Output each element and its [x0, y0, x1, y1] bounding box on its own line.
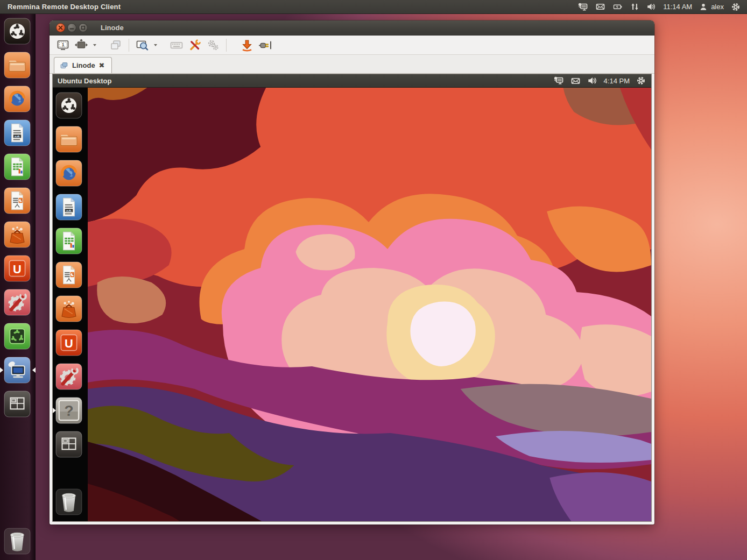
firefox-icon [55, 160, 83, 187]
host-launcher [0, 14, 36, 560]
dash-home-icon [55, 92, 83, 119]
remmina-icon [3, 357, 31, 384]
launcher-item-libreoffice-writer[interactable] [0, 119, 36, 146]
launcher-item-dash-home[interactable] [53, 92, 88, 119]
libreoffice-impress-icon [3, 187, 31, 214]
duplicate-connection-button[interactable] [107, 37, 125, 53]
launcher-item-system-settings[interactable] [0, 289, 36, 316]
launcher-item-ubuntu-software-center[interactable] [53, 295, 88, 322]
launcher-item-libreoffice-calc[interactable] [53, 228, 88, 254]
scaled-view-dropdown[interactable] [151, 37, 160, 53]
tab-bar: Linode ✖ [50, 55, 654, 74]
launcher-item-libreoffice-writer[interactable] [53, 194, 88, 221]
close-button[interactable] [56, 23, 65, 32]
launcher-item-dash-home[interactable] [0, 18, 36, 45]
ubuntu-software-icon [3, 323, 31, 350]
disconnect-button[interactable] [256, 37, 274, 53]
grab-keyboard-button[interactable] [167, 37, 186, 53]
remote-viewport: Ubuntu Desktop 4:14 PM [52, 74, 652, 522]
window-titlebar[interactable]: Linode [50, 20, 654, 36]
launcher-item-firefox[interactable] [53, 160, 88, 187]
fullscreen-button[interactable] [72, 37, 90, 53]
tab-linode[interactable]: Linode ✖ [54, 57, 112, 73]
minimize-button[interactable] [67, 23, 76, 32]
libreoffice-impress-icon [55, 261, 83, 288]
launcher-item-libreoffice-impress[interactable] [0, 187, 36, 214]
host-tray: 11:14 AM alex [577, 2, 747, 12]
launcher-item-ubuntu-one[interactable] [53, 329, 88, 356]
window-toolbar: 1 [50, 36, 654, 55]
ubuntu-one-icon [55, 329, 83, 356]
toolbar-separator [129, 39, 129, 52]
volume-icon[interactable] [646, 2, 656, 11]
chevron-down-icon [154, 44, 157, 46]
libreoffice-calc-icon [3, 153, 31, 180]
workspace-switcher-icon [3, 391, 31, 417]
connect-new-size-button[interactable]: 1 [54, 37, 72, 53]
user-icon[interactable] [699, 3, 708, 11]
launcher-item-libreoffice-impress[interactable] [53, 261, 88, 288]
launcher-item-workspace-switcher[interactable] [0, 391, 36, 417]
remmina-window: Linode 1 [50, 20, 654, 524]
launcher-item-home-folder[interactable] [0, 52, 36, 79]
launcher-item-trash[interactable] [53, 488, 88, 515]
focused-indicator [32, 367, 36, 373]
host-panel-title: Remmina Remote Desktop Client [8, 3, 121, 11]
running-indicator [53, 408, 56, 413]
launcher-item-trash[interactable] [0, 528, 36, 555]
remote-desktop [53, 88, 651, 521]
launcher-item-workspace-switcher[interactable] [53, 431, 88, 458]
trash-icon [3, 528, 31, 555]
tools-button[interactable] [186, 37, 204, 53]
network-transfer-icon[interactable] [630, 2, 639, 11]
remote-launcher [53, 88, 88, 521]
mail-icon[interactable] [570, 76, 581, 86]
launcher-item-home-folder[interactable] [53, 126, 88, 153]
preferences-button[interactable] [204, 37, 222, 53]
messaging-monitor-icon[interactable] [553, 76, 564, 86]
launcher-item-ubuntu-software[interactable] [0, 323, 36, 350]
launcher-item-ubuntu-one[interactable] [0, 255, 36, 282]
ubuntu-one-icon [3, 255, 31, 282]
connection-tab-icon [60, 61, 68, 70]
fullscreen-dropdown[interactable] [90, 37, 99, 53]
system-settings-icon [3, 289, 31, 316]
chevron-down-icon [93, 44, 96, 46]
session-gear-icon[interactable] [636, 76, 646, 86]
launcher-item-system-settings[interactable] [53, 363, 88, 390]
toolbar-separator [226, 39, 227, 52]
trash-icon [55, 488, 83, 515]
launcher-item-libreoffice-calc[interactable] [0, 153, 36, 180]
launcher-item-firefox[interactable] [0, 86, 36, 112]
home-folder-icon [55, 126, 83, 153]
take-screenshot-button[interactable] [238, 37, 256, 53]
launcher-item-help[interactable] [53, 397, 88, 424]
window-title: Linode [101, 24, 124, 32]
ubuntu-software-center-icon [3, 221, 31, 248]
mail-icon[interactable] [595, 2, 605, 11]
tab-close-icon[interactable]: ✖ [99, 62, 105, 69]
home-folder-icon [3, 52, 31, 79]
messaging-monitor-icon[interactable] [577, 2, 588, 12]
remote-tray: 4:14 PM [553, 76, 651, 86]
host-top-panel: Remmina Remote Desktop Client 11:14 AM a… [0, 0, 747, 14]
scaled-view-button[interactable] [133, 37, 151, 53]
volume-icon[interactable] [587, 76, 597, 86]
host-clock[interactable]: 11:14 AM [663, 3, 692, 11]
battery-icon[interactable] [612, 2, 623, 11]
remote-top-panel: Ubuntu Desktop 4:14 PM [53, 74, 651, 88]
maximize-button[interactable] [79, 23, 88, 32]
launcher-item-remmina[interactable] [0, 357, 36, 384]
workspace-switcher-icon [55, 431, 83, 458]
remote-clock[interactable]: 4:14 PM [604, 77, 630, 85]
host-user-name[interactable]: alex [711, 3, 724, 11]
firefox-icon [3, 86, 31, 112]
tab-label: Linode [72, 61, 95, 69]
libreoffice-writer-icon [3, 119, 31, 146]
launcher-item-ubuntu-software-center[interactable] [0, 221, 36, 248]
libreoffice-writer-icon [55, 194, 83, 221]
session-gear-icon[interactable] [731, 2, 741, 12]
dash-home-icon [3, 18, 31, 45]
remote-wallpaper [88, 88, 651, 521]
libreoffice-calc-icon [55, 228, 83, 254]
